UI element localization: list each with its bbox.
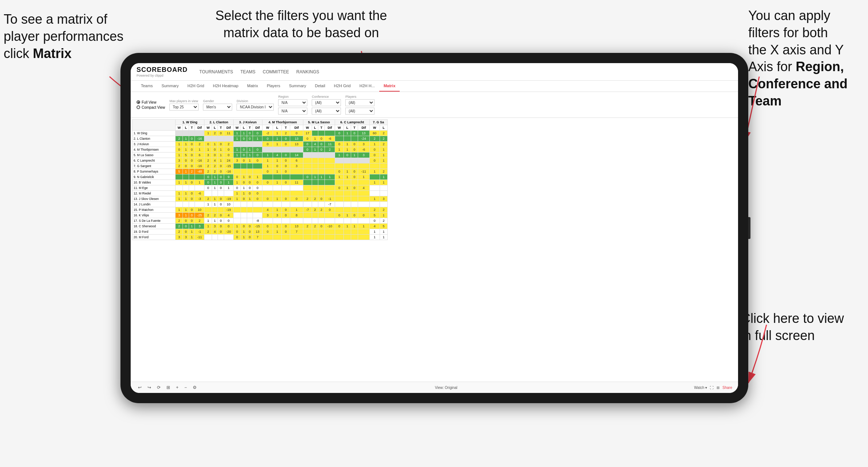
division-select[interactable]: NCAA Division I xyxy=(237,104,274,111)
annotation-top-left: To see a matrix of player performances c… xyxy=(4,11,123,62)
gender-select[interactable]: Men's xyxy=(203,104,232,111)
filter-bar: Full View Compact View Max players in vi… xyxy=(131,92,738,118)
table-row: 12. M Riedel 110-6 1100 xyxy=(132,191,388,196)
table-row: 2. L Clanton 210-16 1001 01013 010-6 -24… xyxy=(132,136,388,142)
col-header-sasso: 5. M La Sasso xyxy=(303,120,335,125)
table-row: 8. P Summerhays 512-48 220-16 010 010-11… xyxy=(132,169,388,174)
col-header-koivun: 3. J Koivun xyxy=(233,120,262,125)
redo-button[interactable]: ↪ xyxy=(146,384,153,391)
radio-compact-dot xyxy=(137,105,140,109)
annotation-top-right: You can apply filters for both the X axi… xyxy=(748,7,848,110)
tablet-side-button xyxy=(748,217,750,239)
matrix-table: 1. W Ding 2. L Clanton 3. J Koivun 4. M … xyxy=(132,119,388,240)
settings-icon[interactable]: ⚙ xyxy=(191,384,198,391)
grid-icon[interactable]: ⊞ xyxy=(717,386,719,390)
tab-teams[interactable]: Teams xyxy=(137,81,157,92)
matrix-area[interactable]: 1. W Ding 2. L Clanton 3. J Koivun 4. M … xyxy=(131,118,738,382)
region-select-1[interactable]: N/A xyxy=(278,99,307,106)
watch-button[interactable]: Watch ▾ xyxy=(694,386,707,390)
compact-view-label: Compact View xyxy=(142,105,165,109)
share-button[interactable]: Share xyxy=(722,386,732,390)
tab-matrix-1[interactable]: Matrix xyxy=(243,81,262,92)
table-row: 15. P Maichon 11010 -19 4101 -7220 22 xyxy=(132,207,388,213)
nav-tournaments[interactable]: TOURNAMENTS xyxy=(199,68,233,76)
table-row: 6. C Lamprecht 300-16 24124 3010 1106 01 xyxy=(132,158,388,163)
filter-players: Players (All) (All) xyxy=(345,95,375,115)
conference-select-1[interactable]: (All) xyxy=(312,99,341,106)
filter-region: Region N/A N/A xyxy=(278,95,307,115)
table-row: 18. C Sherwood 2013 1300 100-15 01013 22… xyxy=(132,224,388,229)
col-header-thorb: 4. M Thorbjornsen xyxy=(262,120,303,125)
table-row: 1. W Ding 12011 1100 -2120 17 01013 602 xyxy=(132,131,388,136)
toolbar-left: ↩ ↪ ⟳ ⊞ + − ⚙ xyxy=(137,384,198,391)
col-header-lamp: 6. C Lamprecht xyxy=(335,120,370,125)
view-radio-group: Full View Compact View xyxy=(137,100,165,109)
table-row: 13. J Skov Olesen 110-3 210-19 1010 0100… xyxy=(132,196,388,202)
sub-tabs: Teams Summary H2H Grid H2H Heatmap Matri… xyxy=(131,81,738,92)
tab-summary[interactable]: Summary xyxy=(157,81,183,92)
table-row: 5. M La Sasso 1506 3010 1010 14014 1013 … xyxy=(132,153,388,158)
filter-division: Division NCAA Division I xyxy=(237,99,274,111)
table-row: 14. J Lundin 11010 -7 xyxy=(132,202,388,207)
tablet-screen: SCOREBOARD Powered by clippd TOURNAMENTS… xyxy=(131,63,738,393)
col-header-gs: 7. G Sa xyxy=(369,120,387,125)
refresh-button[interactable]: ⟳ xyxy=(155,384,162,391)
tab-h2h-h[interactable]: H2H H... xyxy=(355,81,379,92)
tab-h2h-grid-2[interactable]: H2H Grid xyxy=(330,81,355,92)
col-header-ding: 1. W Ding xyxy=(176,120,204,125)
radio-full-view[interactable]: Full View xyxy=(137,100,165,104)
table-row: 10. B Valdes 1101 0101 1000 01011 11 xyxy=(132,180,388,185)
table-row: 19. D Ford 201-1 240-20 01013 0107 11 xyxy=(132,229,388,235)
filter-gender: Gender Men's xyxy=(203,99,232,111)
annotation-bottom-right: Click here to view in full screen xyxy=(741,310,844,344)
table-row: 11. M Ege 0101 0100 0104 xyxy=(132,185,388,191)
radio-compact-view[interactable]: Compact View xyxy=(137,105,165,109)
bottom-toolbar: ↩ ↪ ⟳ ⊞ + − ⚙ View: Original Watch ▾ ⛶ ⊞… xyxy=(131,382,738,393)
nav-teams[interactable]: TEAMS xyxy=(240,68,255,76)
nav-committee[interactable]: COMMITTEE xyxy=(263,68,289,76)
annotation-top-center: Select the filters you want the matrix d… xyxy=(215,7,387,42)
tab-h2h-grid[interactable]: H2H Grid xyxy=(183,81,208,92)
table-row: 20. M Ford 331-11 0107 11 xyxy=(132,235,388,240)
nav-items: TOURNAMENTS TEAMS COMMITTEE RANKINGS xyxy=(199,68,319,76)
table-row: 17. S De La Fuente 2002 1100 -8 02 xyxy=(132,218,388,224)
fullscreen-button[interactable]: ⛶ xyxy=(710,386,714,390)
toolbar-right: Watch ▾ ⛶ ⊞ Share xyxy=(694,386,732,390)
tab-players[interactable]: Players xyxy=(262,81,285,92)
col-header-empty xyxy=(132,120,176,131)
col-header-clanton: 2. L Clanton xyxy=(204,120,233,125)
max-players-select[interactable]: Top 25 xyxy=(169,104,199,111)
table-row: 9. N Gabrielcik 0109 0101 0111 1101 1 xyxy=(132,174,388,180)
full-view-label: Full View xyxy=(142,100,156,104)
tab-h2h-heatmap[interactable]: H2H Heatmap xyxy=(208,81,243,92)
table-row: 7. G Sargent 200-16 220-15 1003 xyxy=(132,163,388,169)
table-row: 3. J Koivun 1102 0102 01013 04011 0103 1… xyxy=(132,142,388,147)
tab-detail[interactable]: Detail xyxy=(311,81,330,92)
table-row: 16. K Vilips 310-25 2204 3308 0100 51 xyxy=(132,213,388,218)
undo-button[interactable]: ↩ xyxy=(137,384,143,391)
radio-full-dot xyxy=(137,100,140,104)
zoom-in-button[interactable]: + xyxy=(174,384,180,391)
players-select-2[interactable]: (All) xyxy=(345,108,375,115)
layout-button[interactable]: ⊞ xyxy=(165,384,172,391)
toolbar-center: View: Original xyxy=(435,386,458,390)
filter-conference: Conference (All) (All) xyxy=(312,95,341,115)
tab-summary-2[interactable]: Summary xyxy=(285,81,311,92)
tablet-frame: SCOREBOARD Powered by clippd TOURNAMENTS… xyxy=(120,53,748,403)
table-row: 4. M Thorbjornsen 0101 1010 1010 0102 11… xyxy=(132,147,388,153)
conference-select-2[interactable]: (All) xyxy=(312,108,341,115)
scoreboard-logo: SCOREBOARD Powered by clippd xyxy=(137,66,188,77)
tab-matrix-active[interactable]: Matrix xyxy=(379,81,400,92)
zoom-out-button[interactable]: − xyxy=(183,384,188,391)
region-select-2[interactable]: N/A xyxy=(278,108,307,115)
players-select-1[interactable]: (All) xyxy=(345,99,375,106)
filter-max-players: Max players in view Top 25 xyxy=(169,99,199,111)
view-label: View: Original xyxy=(435,386,458,390)
scoreboard-nav: SCOREBOARD Powered by clippd TOURNAMENTS… xyxy=(131,63,738,81)
nav-rankings[interactable]: RANKINGS xyxy=(296,68,319,76)
